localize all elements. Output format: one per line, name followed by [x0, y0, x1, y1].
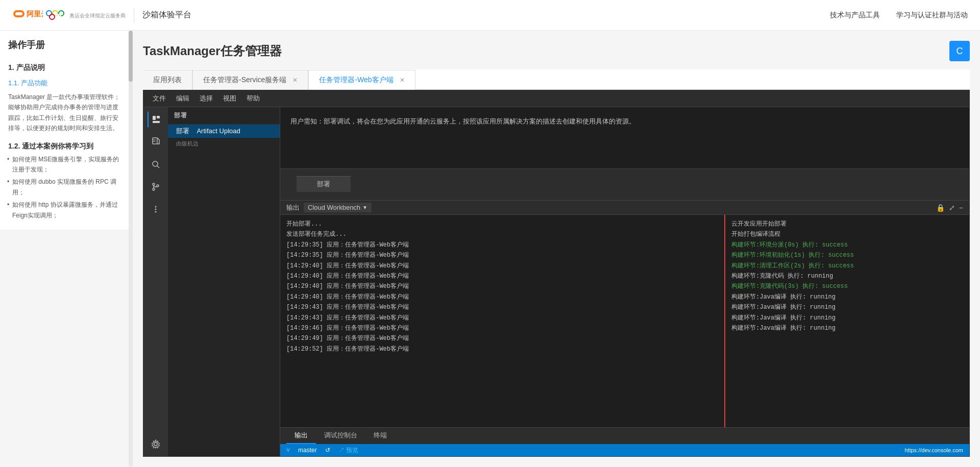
svg-text:阿里云: 阿里云 [27, 10, 43, 18]
tab-app-list[interactable]: 应用列表 [143, 70, 192, 90]
right-output-line-10: 构建环节:Java编译 执行: running [731, 323, 963, 333]
sidebar-section1: 1. 产品说明 [0, 59, 132, 77]
ide-body: 部署 部署 Artifact Upload 由版机边 用户需知：部署调试，将会在… [143, 107, 969, 456]
right-output-line-8: 构建环节:Java编译 执行: running [731, 302, 963, 312]
activity-settings-icon[interactable] [148, 436, 164, 452]
svg-point-7 [56, 14, 61, 19]
artifact-text: 由版机边 [168, 138, 280, 152]
tab-app-list-label: 应用列表 [153, 76, 182, 85]
menu-edit[interactable]: 编辑 [171, 92, 194, 105]
chevron-down-icon: ▼ [362, 205, 368, 210]
refresh-button[interactable]: C [949, 41, 970, 61]
status-bar-right: https://dev.console.com [904, 447, 963, 453]
explorer-panel: 部署 部署 Artifact Upload 由版机边 [168, 107, 280, 456]
git-branch-label: master [298, 447, 317, 454]
svg-rect-8 [153, 116, 156, 120]
tab-web-client-close[interactable]: ✕ [400, 77, 405, 84]
tab-web-client[interactable]: 任务管理器-Web客户端 ✕ [308, 70, 415, 90]
svg-rect-9 [157, 116, 160, 118]
output-label[interactable]: 输出 [286, 203, 300, 212]
sidebar-sub1[interactable]: 1.1. 产品功能 [0, 77, 132, 90]
tabs-bar: 应用列表 任务管理器-Service服务端 ✕ 任务管理器-Web客户端 ✕ [143, 69, 970, 90]
right-output-line-6: 构建环节:克隆代码(3s) 执行: success [731, 281, 963, 291]
right-output-line-7: 构建环节:Java编译 执行: running [731, 292, 963, 302]
git-branch-icon: ⑂ [286, 447, 290, 454]
sidebar-title: 操作手册 [0, 39, 132, 59]
output-expand-icon[interactable]: ⤢ [949, 204, 955, 212]
refresh-icon: ↺ [325, 447, 330, 454]
editor-main: 用户需知：部署调试，将会在您为此应用开通的云服务上，按照该应用所属解决方案的描述… [280, 107, 969, 456]
output-lock-icon[interactable]: 🔒 [936, 204, 945, 212]
output-tab-debug[interactable]: 调试控制台 [316, 428, 365, 444]
output-line-12: [14:29:52] 应用：任务管理器-Web客户端 [286, 344, 718, 354]
output-tab-output[interactable]: 输出 [286, 428, 316, 444]
output-line-9: [14:29:43] 应用：任务管理器-Web客户端 [286, 313, 718, 323]
svg-rect-10 [153, 121, 160, 123]
svg-point-6 [50, 14, 55, 19]
sidebar: 操作手册 1. 产品说明 1.1. 产品功能 TaskManager 是一款代办… [0, 31, 133, 230]
svg-point-21 [155, 209, 157, 210]
output-right-panel[interactable]: 云开发应用开始部署 开始打包编译流程 构建环节:环境分派(0s) 执行: suc… [724, 215, 969, 427]
output-line-1: 发送部署任务完成... [286, 229, 718, 239]
menu-help[interactable]: 帮助 [241, 92, 265, 105]
svg-rect-11 [153, 138, 157, 144]
explorer-header-label: 部署 [174, 111, 187, 120]
svg-point-20 [155, 206, 157, 208]
deploy-button[interactable]: 部署 [297, 176, 351, 192]
deploy-text: 部署 [176, 127, 189, 135]
tab-service[interactable]: 任务管理器-Service服务端 ✕ [192, 70, 308, 90]
right-output-line-9: 构建环节:Java编译 执行: running [731, 313, 963, 323]
activity-explorer-icon[interactable] [148, 111, 164, 128]
platform-name: 沙箱体验平台 [142, 10, 191, 20]
preview-text: 预览 [346, 447, 358, 454]
output-line-8: [14:29:43] 应用：任务管理器-Web客户端 [286, 302, 718, 312]
aliyun-logo: 阿里云 [12, 6, 65, 24]
nav-community[interactable]: 学习与认证社群与活动 [896, 11, 968, 20]
output-header: 输出 Cloud Workbench ▼ 🔒 ⤢ − [280, 201, 969, 215]
nav-tech-tools[interactable]: 技术与产品工具 [830, 11, 880, 20]
right-output-line-5: 构建环节:克隆代码 执行: running [731, 271, 963, 281]
menu-file[interactable]: 文件 [148, 92, 171, 105]
right-output-line-3: 构建环节:环境初始化(1s) 执行: success [731, 250, 963, 260]
deploy-description: 用户需知：部署调试，将会在您为此应用开通的云服务上，按照该应用所属解决方案的描述… [290, 115, 959, 127]
svg-point-22 [155, 211, 157, 213]
output-line-5: [14:29:40] 应用：任务管理器-Web客户端 [286, 271, 718, 281]
activity-search-icon[interactable] [148, 156, 164, 173]
content-area: TaskManager任务管理器 C 应用列表 任务管理器-Service服务端… [133, 31, 980, 467]
output-line-10: [14:29:46] 应用：任务管理器-Web客户端 [286, 323, 718, 333]
output-tab-terminal[interactable]: 终端 [365, 428, 395, 444]
output-line-11: [14:29:49] 应用：任务管理器-Web客户端 [286, 333, 718, 343]
svg-point-17 [153, 188, 155, 190]
menu-view[interactable]: 视图 [218, 92, 241, 105]
preview-label[interactable]: ↗ 预览 [338, 446, 358, 455]
ide-container: 文件 编辑 选择 视图 帮助 [143, 90, 970, 457]
output-line-4: [14:29:40] 应用：任务管理器-Web客户端 [286, 261, 718, 271]
activity-bar [143, 107, 168, 456]
output-line-3: [14:29:35] 应用：任务管理器-Web客户端 [286, 250, 718, 260]
svg-line-15 [157, 166, 159, 168]
status-bar: ⑂ master ↺ ↗ 预览 https://dev.console.com [280, 444, 969, 456]
output-source-label: Cloud Workbench [308, 204, 360, 211]
output-line-6: [14:29:40] 应用：任务管理器-Web客户端 [286, 281, 718, 291]
output-body: 开始部署... 发送部署任务完成... [14:29:35] 应用：任务管理器-… [280, 215, 969, 427]
output-left-panel[interactable]: 开始部署... 发送部署任务完成... [14:29:35] 应用：任务管理器-… [280, 215, 724, 427]
sidebar-bullet-0: 如何使用 MSE微服务引擎，实现服务的注册于发现； [0, 153, 132, 176]
activity-git-icon[interactable] [148, 179, 164, 195]
deploy-content: 用户需知：部署调试，将会在您为此应用开通的云服务上，按照该应用所属解决方案的描述… [280, 107, 969, 168]
tab-service-close[interactable]: ✕ [292, 77, 298, 84]
svg-point-23 [154, 443, 157, 446]
activity-files-icon[interactable] [148, 134, 164, 150]
page-title: TaskManager任务管理器 [143, 43, 282, 59]
nav-divider [134, 8, 134, 23]
deploy-label[interactable]: 部署 Artifact Upload [168, 125, 280, 138]
activity-dots-icon[interactable] [148, 201, 164, 217]
output-panel: 输出 Cloud Workbench ▼ 🔒 ⤢ − [280, 201, 969, 444]
output-line-0: 开始部署... [286, 219, 718, 229]
output-source-selector[interactable]: Cloud Workbench ▼ [304, 203, 372, 212]
output-line-2: [14:29:35] 应用：任务管理器-Web客户端 [286, 240, 718, 250]
artifact-upload-label: Artifact Upload [197, 127, 240, 135]
page-header: TaskManager任务管理器 C [143, 41, 970, 61]
svg-point-14 [153, 161, 158, 166]
menu-select[interactable]: 选择 [194, 92, 218, 105]
output-minimize-icon[interactable]: − [959, 204, 963, 212]
